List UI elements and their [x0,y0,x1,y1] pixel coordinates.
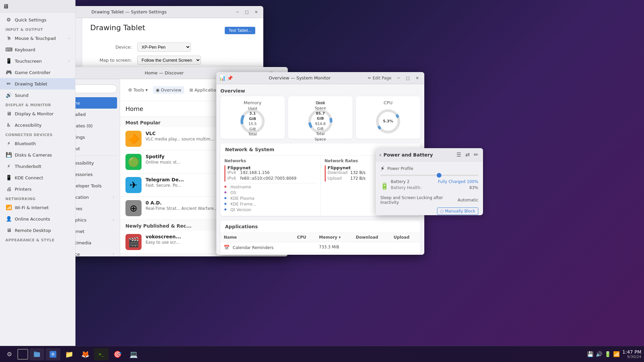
disk-donut: Used Space 85.7 GiB 914.8 GiB Total Spac… [307,108,334,135]
ipv6-value: fe80::a510:c002:7005:8069 [240,176,297,181]
tray-battery-icon[interactable]: 🔋 [604,351,611,357]
online-accounts-icon: 👤 [5,216,12,222]
qt-version-row: Qt Version [224,207,316,212]
tray-storage-icon[interactable]: 💾 [587,351,594,357]
hostname-row: Hostname [224,185,316,189]
memory-total-value: 15.5 GiB [249,122,257,131]
overview-section-title: Overview [220,88,420,94]
memory-used-value: 3.1 GiB [249,111,256,121]
taskbar-app-7[interactable]: 🎯 [110,348,125,360]
power-title: Power and Battery [383,152,453,158]
sys-settings-close-btn[interactable]: ✕ [252,8,261,16]
task-switcher-btn[interactable] [17,349,28,360]
sidebar-item-drawing-tablet[interactable]: ✏ Drawing Tablet [0,78,75,89]
kde-connect-icon: 📱 [5,175,12,181]
sidebar-item-printers[interactable]: 🖨 Printers [0,183,75,195]
system-settings-win-controls: ─ □ ✕ [233,8,261,16]
sound-label: Sound [15,93,29,98]
taskbar-app-fileman[interactable] [30,348,44,360]
ipv6-label: IPv6 [227,176,237,181]
power-settings-icon[interactable]: ⇄ [464,151,471,159]
col-memory[interactable]: Memory ▾ [316,233,353,242]
taskbar-app-settings[interactable]: ⚙ [46,348,60,360]
sleep-row: Sleep and Screen Locking after Inactivit… [380,195,478,205]
sidebar-item-bluetooth[interactable]: ⚡ Bluetooth [0,138,75,149]
taskbar: ⚙ ⚙ 📁 🦊 >_ 🎯 💻 💾 🔊 🔋 📶 1:47 PM 9/30/24 [0,346,644,362]
kde-menu-btn[interactable]: ⚙ [3,348,16,360]
sidebar-item-sound[interactable]: 🔊 Sound [0,89,75,101]
memory-card: Memory Used 3.1 GiB 15.5 GiB Total [220,96,285,139]
app-download-cell [353,252,390,255]
table-row[interactable]: 🔍 Discover 588.0 MiB [220,252,420,255]
taskbar-system-icons: 💾 🔊 🔋 📶 [587,351,620,357]
gamecontroller-icon: 🎮 [5,69,12,75]
power-edit-icon[interactable]: ✏ [473,151,480,159]
sidebar-item-touchscreen[interactable]: 📱 Touchscreen › [0,55,75,67]
display-icon: 🖥 [5,111,12,117]
sidebar-item-wifi[interactable]: 📶 Wi-Fi & Internet [0,202,75,213]
map-screen-field: Map to screen: Follow the Current Screen [90,56,255,65]
col-name[interactable]: Name [220,233,294,242]
vokoscreen-icon: 🎬 [125,234,142,250]
block-icon: ○ [440,209,443,214]
memory-donut: Used 3.1 GiB 15.5 GiB Total [239,108,266,135]
drawing-tablet-label: Drawing Tablet [15,81,47,86]
sidebar-item-accessibility[interactable]: ♿ Accessibility [0,119,75,131]
taskbar-app-firefox[interactable]: 🦊 [78,348,93,360]
sysmon-pin-icon[interactable]: 📌 [227,75,233,81]
edit-page-btn[interactable]: ✏ Edit Page [365,75,394,81]
taskbar-app-8[interactable]: 💻 [126,348,141,360]
qt-version-label: Qt Version [230,207,257,212]
sidebar-item-thunderbolt[interactable]: ⚡ Thunderbolt [0,161,75,172]
tab-overview[interactable]: ◉ Overview [153,86,184,94]
os-label: OS [230,190,257,195]
battery-name-label: Battery 2 [391,179,410,184]
tray-network-icon[interactable]: 📶 [613,351,620,357]
power-hamburger-icon[interactable]: ☰ [455,151,463,159]
taskbar-app-files[interactable]: 📁 [62,348,76,360]
battery-status-text: Fully Charged 100% [438,179,478,184]
table-row[interactable]: 📅 Calendar Reminders 733.3 MiB [220,242,420,252]
test-tablet-btn[interactable]: Test Tablet... [225,27,255,34]
manually-block-btn[interactable]: ○ Manually Block [437,207,478,215]
svg-rect-7 [34,352,37,353]
sidebar-item-online-accounts[interactable]: 👤 Online Accounts [0,213,75,225]
power-profile-label: Power Profile [387,166,478,171]
taskbar-clock[interactable]: 1:47 PM 9/30/24 [623,349,641,359]
map-screen-select[interactable]: Follow the Current Screen [137,56,201,65]
sidebar-item-kde-connect[interactable]: 📱 KDE Connect [0,172,75,183]
col-cpu[interactable]: CPU [294,233,316,242]
sidebar-item-mouse[interactable]: 🖱 Mouse & Touchpad › [0,33,75,44]
edit-page-label: Edit Page [373,76,391,80]
power-header-icons: ☰ ⇄ ✏ [455,151,480,159]
drawing-tablet-icon: ✏ [5,81,12,87]
sidebar-item-remote-desktop[interactable]: 🖥 Remote Desktop [0,225,75,236]
keyboard-label: Keyboard [15,47,35,52]
sidebar-item-quick-settings[interactable]: ⚙ Quick Settings [0,14,75,25]
sysmon-minimize-btn[interactable]: ─ [394,74,403,82]
col-download[interactable]: Download [353,233,390,242]
upload-label: Upload [328,176,348,181]
sysmon-maximize-btn[interactable]: □ [404,74,412,82]
sys-settings-maximize-btn[interactable]: □ [243,8,251,16]
tools-btn[interactable]: ⚙ Tools ▾ [125,86,150,94]
sidebar-item-keyboard[interactable]: ⌨ Keyboard [0,44,75,55]
device-select[interactable]: XP-Pen Pen [137,43,191,52]
online-accounts-label: Online Accounts [15,217,50,222]
sys-settings-minimize-btn[interactable]: ─ [233,8,242,16]
taskbar-app-terminal[interactable]: >_ [94,348,109,360]
tray-audio-icon[interactable]: 🔊 [596,351,602,357]
telegram-icon: ✈ [125,177,142,193]
sysmon-close-btn[interactable]: ✕ [413,74,422,82]
sidebar-item-gamecontroller[interactable]: 🎮 Game Controller [0,67,75,78]
app-cpu-cell [294,252,316,255]
sidebar-item-disks[interactable]: 💾 Disks & Cameras [0,149,75,161]
accessibility-label: Accessibility [15,123,42,128]
power-back-btn[interactable]: ‹ [379,151,381,158]
col-upload[interactable]: Upload [390,233,420,242]
power-slider-track[interactable] [380,175,478,176]
sidebar-item-display[interactable]: 🖥 Display & Monitor [0,108,75,119]
overview-tab-label: Overview [161,87,181,93]
networks-col: Networks Flippynet IPv4 192.168.1.156 IP… [220,156,321,216]
kde-frame-row: KDE Frame... [224,202,316,206]
